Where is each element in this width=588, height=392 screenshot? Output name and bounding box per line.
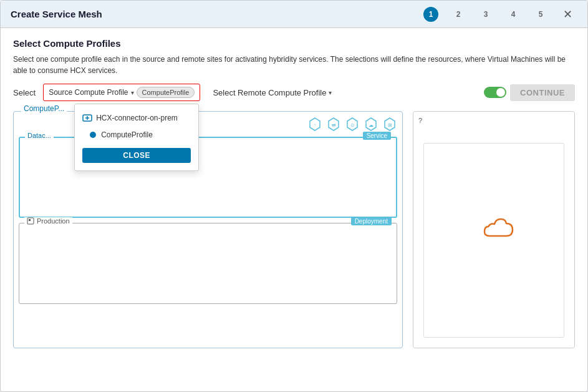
remote-panel-label: ? — [418, 117, 422, 124]
svg-rect-12 — [29, 219, 31, 221]
deployment-badge: Deployment — [351, 217, 392, 225]
item-dot-icon — [90, 132, 96, 138]
hex-icon-5: ⊞ — [382, 117, 397, 132]
dropdown-group-header: HCX-connector-on-prem — [75, 109, 198, 127]
svg-text:↑: ↑ — [314, 122, 316, 128]
right-panel: ? — [413, 111, 575, 348]
step-2[interactable]: 2 — [451, 7, 466, 22]
remote-inner-box — [423, 143, 564, 338]
dialog-header: Create Service Mesh 1 2 3 4 5 ✕ — [1, 1, 587, 28]
source-profile-label: Source Compute Profile — [49, 88, 128, 97]
svg-text:⊞: ⊞ — [388, 122, 392, 128]
dropdown-compute-profile-item[interactable]: ComputeProfile — [75, 127, 198, 143]
service-badge: Service — [363, 132, 391, 140]
production-box: Production Deployment — [19, 223, 397, 304]
remote-profile-label: Select Remote Compute Profile — [213, 88, 326, 97]
step-5[interactable]: 5 — [533, 7, 548, 22]
source-profile-selector[interactable]: Source Compute Profile ▾ ComputeProfile … — [43, 84, 200, 101]
dropdown-close-button[interactable]: CLOSE — [82, 148, 191, 163]
dialog-close-button[interactable]: ✕ — [558, 5, 577, 24]
toggle-switch[interactable] — [484, 87, 506, 98]
production-icon — [27, 217, 34, 225]
hcx-connector-icon — [82, 113, 92, 123]
hex-icon-1: ↑ — [307, 117, 322, 132]
create-service-mesh-dialog: Create Service Mesh 1 2 3 4 5 ✕ Select C… — [0, 0, 588, 392]
source-profile-dropdown: HCX-connector-on-prem ComputeProfile CLO… — [74, 104, 199, 171]
select-label: Select — [13, 88, 36, 97]
left-panel-label: ComputeP... — [21, 104, 67, 113]
continue-button[interactable]: CONTINUE — [510, 84, 575, 101]
source-profile-tag: ComputeProfile — [137, 87, 195, 98]
section-desc: Select one compute profile each in the s… — [13, 54, 575, 76]
dropdown-item-label: ComputeProfile — [101, 130, 153, 139]
source-dropdown-arrow: ▾ — [131, 89, 134, 96]
hex-icon-3: ⊙ — [345, 117, 360, 132]
left-panel: ComputeP... ↑ ⇄ ⊙ — [13, 111, 403, 348]
hex-icon-4: ☁ — [364, 117, 378, 132]
production-label: Production — [24, 217, 72, 225]
step-1[interactable]: 1 — [423, 7, 438, 22]
datacenter-label: Datac... — [25, 132, 54, 139]
dialog-body: Select Compute Profiles Select one compu… — [1, 28, 587, 391]
svg-text:☁: ☁ — [369, 122, 374, 128]
dialog-title: Create Service Mesh — [11, 9, 423, 19]
svg-text:⇄: ⇄ — [332, 122, 336, 128]
source-profile-box[interactable]: Source Compute Profile ▾ ComputeProfile — [43, 84, 200, 101]
hex-icon-2: ⇄ — [326, 117, 341, 132]
remote-profile-selector[interactable]: Select Remote Compute Profile ▾ — [208, 86, 337, 100]
dropdown-close-area: CLOSE — [75, 143, 198, 165]
controls-row: Select Source Compute Profile ▾ ComputeP… — [13, 84, 575, 101]
step-indicators: 1 2 3 4 5 — [423, 7, 548, 22]
step-3[interactable]: 3 — [478, 7, 493, 22]
remote-dropdown-arrow: ▾ — [329, 89, 332, 96]
toggle-group: CONTINUE — [484, 84, 575, 101]
step-4[interactable]: 4 — [506, 7, 521, 22]
svg-text:⊙: ⊙ — [350, 122, 355, 128]
section-title: Select Compute Profiles — [13, 38, 575, 49]
group-header-label: HCX-connector-on-prem — [96, 114, 178, 122]
